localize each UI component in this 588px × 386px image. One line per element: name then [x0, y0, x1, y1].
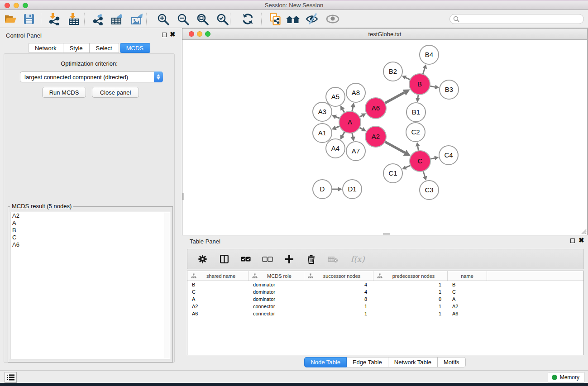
cell[interactable]: 4 [304, 281, 373, 288]
cell[interactable]: dominator [249, 281, 304, 288]
optimization-criterion-select[interactable]: largest connected component (directed) [20, 71, 163, 82]
close-table-panel-icon[interactable]: ✖ [578, 236, 584, 245]
table-row[interactable]: Adominator80A [187, 295, 583, 303]
cell[interactable]: 8 [304, 295, 373, 303]
edge-A-A3[interactable] [336, 117, 340, 118]
column-header-MCDS-role[interactable]: MCDS role [249, 271, 304, 281]
edge-B-B1[interactable] [418, 95, 418, 98]
cell[interactable]: 1 [373, 303, 448, 310]
edge-B-B4[interactable] [423, 68, 425, 74]
search-input[interactable] [461, 15, 583, 23]
save-session-icon[interactable] [21, 12, 37, 26]
network-window-titlebar[interactable]: testGlobe.txt [182, 29, 587, 40]
edge-A2-C[interactable] [385, 142, 405, 152]
cell[interactable]: 1 [373, 310, 448, 317]
cell[interactable]: A6 [448, 310, 487, 317]
resize-grip-icon[interactable] [580, 228, 587, 234]
cell[interactable]: 1 [304, 303, 373, 310]
mcds-result-item[interactable]: A [10, 219, 170, 227]
column-header-name[interactable]: name [448, 271, 487, 281]
network-canvas[interactable]: B4B2BB3A8A5A6A3B1AC2A1A2A4A7C4CC1DD1C3 [182, 40, 587, 235]
column-header-shared-name[interactable]: shared name [187, 271, 249, 281]
cell[interactable]: C [187, 288, 249, 295]
edge-A-A1[interactable] [336, 126, 340, 128]
memory-button[interactable]: Memory [548, 372, 584, 382]
column-header-predecessor-nodes[interactable]: predecessor nodes [373, 271, 448, 281]
mcds-result-item[interactable]: A6 [10, 241, 170, 248]
export-image-icon[interactable] [129, 12, 145, 26]
mcds-result-item[interactable]: C [10, 234, 170, 241]
cell[interactable]: 1 [373, 288, 448, 295]
cell[interactable]: B [448, 281, 487, 288]
edge-A-A7[interactable] [352, 133, 353, 137]
column-header-successor-nodes[interactable]: successor nodes [304, 271, 373, 281]
cell[interactable]: 0 [373, 295, 448, 303]
tab-select[interactable]: Select [90, 43, 119, 53]
run-mcds-button[interactable]: Run MCDS [42, 87, 86, 98]
edge-A-A5[interactable] [343, 110, 344, 113]
task-history-button[interactable] [5, 372, 17, 383]
tab-edge-table[interactable]: Edge Table [347, 357, 388, 367]
tab-style[interactable]: Style [63, 43, 90, 53]
tab-motifs[interactable]: Motifs [438, 357, 466, 367]
duplicate-network-icon[interactable] [268, 12, 283, 26]
cell[interactable]: 1 [304, 310, 373, 317]
tab-network[interactable]: Network [28, 43, 63, 53]
close-panel-icon[interactable]: ✖ [170, 30, 176, 39]
cell[interactable]: 1 [373, 281, 448, 288]
hide-selected-icon[interactable] [304, 12, 320, 26]
add-column-icon[interactable] [283, 253, 295, 265]
mcds-result-item[interactable]: A2 [10, 212, 170, 219]
edge-A-A6[interactable] [359, 115, 362, 117]
cell[interactable]: A [187, 295, 249, 303]
zoom-out-icon[interactable] [175, 12, 191, 26]
mcds-result-item[interactable]: B [10, 227, 170, 234]
deselect-all-icon[interactable] [262, 253, 273, 265]
edge-C-C1[interactable] [406, 165, 411, 167]
export-table-icon[interactable] [110, 12, 125, 26]
float-panel-icon[interactable] [162, 33, 167, 37]
select-all-icon[interactable] [240, 253, 252, 265]
tab-network-table[interactable]: Network Table [388, 357, 438, 367]
cell[interactable]: A [448, 295, 487, 303]
cell[interactable]: 4 [304, 288, 373, 295]
open-session-icon[interactable] [3, 12, 18, 26]
edge-C-C3[interactable] [423, 171, 425, 176]
edge-C-C4[interactable] [430, 158, 435, 159]
edge-A-A4[interactable] [342, 132, 344, 136]
cell[interactable]: dominator [249, 288, 304, 295]
zoom-selected-icon[interactable] [215, 12, 230, 26]
edge-B-B3[interactable] [430, 86, 435, 87]
table-row[interactable]: Cdominator41C [187, 288, 583, 295]
refresh-layout-icon[interactable] [240, 12, 255, 26]
cell[interactable]: A2 [187, 303, 249, 310]
edge-A-A2[interactable] [359, 128, 362, 129]
first-neighbors-icon[interactable] [285, 12, 301, 26]
import-network-icon[interactable] [46, 12, 62, 26]
show-all-icon[interactable] [325, 12, 340, 26]
table-settings-icon[interactable] [196, 253, 208, 265]
zoom-fit-icon[interactable] [195, 12, 210, 26]
edge-A6-B[interactable] [385, 92, 404, 103]
edge-C-C2[interactable] [418, 146, 419, 151]
close-panel-button[interactable]: Close panel [92, 87, 139, 98]
cell[interactable]: A6 [187, 310, 249, 317]
search-field[interactable] [449, 14, 584, 24]
split-panel-icon[interactable] [218, 253, 230, 265]
cell[interactable]: C [448, 288, 487, 295]
tab-mcds[interactable]: MCDS [120, 43, 150, 53]
export-network-icon[interactable] [91, 12, 106, 26]
table-row[interactable]: A6connector11A6 [187, 310, 583, 317]
cell[interactable]: A2 [448, 303, 487, 310]
cell[interactable]: connector [249, 303, 304, 310]
table-row[interactable]: A2connector11A2 [187, 303, 583, 310]
list-scrollbar[interactable] [164, 212, 170, 359]
zoom-in-icon[interactable] [155, 12, 171, 26]
cell[interactable]: connector [249, 310, 304, 317]
edge-B-B2[interactable] [406, 77, 410, 80]
table-row[interactable]: Bdominator41B [187, 281, 583, 288]
float-table-panel-icon[interactable] [570, 238, 575, 243]
edge-A-A8[interactable] [352, 107, 353, 111]
import-table-icon[interactable] [66, 12, 81, 26]
cell[interactable]: dominator [249, 295, 304, 303]
